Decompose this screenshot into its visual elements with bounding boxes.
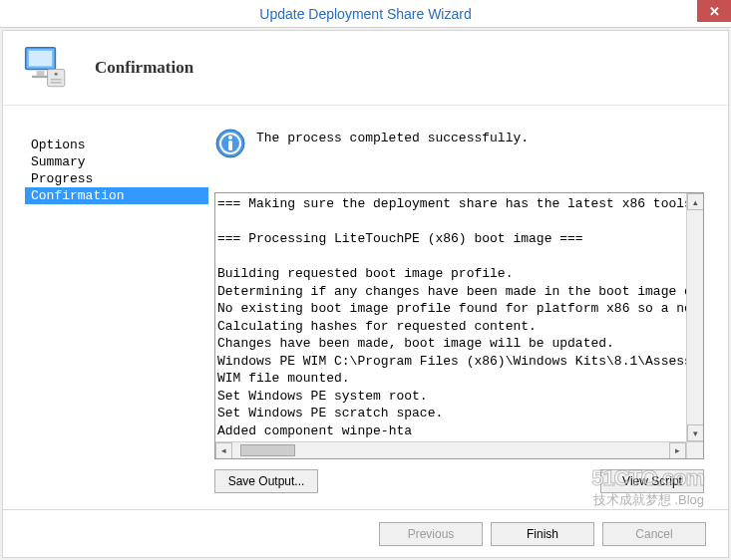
log-body[interactable]: === Making sure the deployment share has… bbox=[215, 193, 686, 441]
close-button[interactable]: ✕ bbox=[697, 0, 731, 22]
scroll-thumb[interactable] bbox=[240, 444, 295, 456]
svg-point-11 bbox=[228, 136, 232, 140]
view-script-button[interactable]: View Script bbox=[600, 469, 704, 493]
wizard-footer: Previous Finish Cancel bbox=[3, 509, 728, 557]
scroll-up-icon[interactable]: ▴ bbox=[687, 193, 704, 210]
svg-rect-1 bbox=[29, 51, 52, 67]
log-line bbox=[217, 213, 686, 231]
svg-rect-2 bbox=[37, 71, 45, 76]
log-line bbox=[217, 248, 686, 266]
save-output-button[interactable]: Save Output... bbox=[214, 469, 318, 493]
previous-button: Previous bbox=[379, 522, 483, 546]
log-line: Set Windows PE system root. bbox=[217, 388, 686, 406]
finish-button[interactable]: Finish bbox=[491, 522, 594, 546]
sidebar-item-options[interactable]: Options bbox=[25, 137, 212, 153]
sidebar-item-progress[interactable]: Progress bbox=[25, 170, 212, 187]
log-line: Building requested boot image profile. bbox=[217, 265, 686, 283]
scroll-down-icon[interactable]: ▾ bbox=[687, 424, 704, 441]
log-output: === Making sure the deployment share has… bbox=[214, 192, 704, 459]
sidebar-item-confirmation[interactable]: Confirmation bbox=[25, 187, 208, 204]
log-line: No existing boot image profile found for… bbox=[217, 300, 686, 318]
window-title: Update Deployment Share Wizard bbox=[259, 6, 471, 22]
svg-point-5 bbox=[55, 73, 58, 76]
vertical-scrollbar[interactable]: ▴ ▾ bbox=[686, 193, 703, 441]
log-line: Added component winpe-hta bbox=[217, 422, 686, 440]
close-icon: ✕ bbox=[709, 4, 720, 19]
status-message: The process completed successfully. bbox=[256, 128, 529, 145]
svg-rect-6 bbox=[51, 79, 62, 81]
log-line: === Processing LiteTouchPE (x86) boot im… bbox=[217, 230, 686, 248]
cancel-button: Cancel bbox=[602, 522, 706, 546]
svg-rect-7 bbox=[51, 82, 62, 84]
log-line: Windows PE WIM C:\Program Files (x86)\Wi… bbox=[217, 353, 686, 371]
log-line: Determining if any changes have been mad… bbox=[217, 283, 686, 301]
svg-rect-3 bbox=[32, 76, 49, 78]
scroll-left-icon[interactable]: ◂ bbox=[215, 442, 232, 459]
sidebar-item-summary[interactable]: Summary bbox=[25, 153, 212, 170]
svg-rect-4 bbox=[48, 70, 65, 87]
svg-rect-12 bbox=[228, 140, 232, 150]
log-line: Calculating hashes for requested content… bbox=[217, 318, 686, 336]
log-line: Changes have been made, boot image will … bbox=[217, 335, 686, 353]
page-title: Confirmation bbox=[95, 58, 193, 78]
log-line: Set Windows PE scratch space. bbox=[217, 405, 686, 422]
log-line: WIM file mounted. bbox=[217, 370, 686, 388]
wizard-steps: OptionsSummaryProgressConfirmation bbox=[3, 123, 212, 509]
log-line: === Making sure the deployment share has… bbox=[217, 195, 686, 213]
scroll-right-icon[interactable]: ▸ bbox=[669, 442, 686, 459]
info-icon bbox=[214, 128, 246, 159]
wizard-header: Confirmation bbox=[3, 31, 728, 106]
computer-icon bbox=[21, 43, 71, 93]
horizontal-scrollbar[interactable]: ◂ ▸ bbox=[215, 441, 686, 458]
